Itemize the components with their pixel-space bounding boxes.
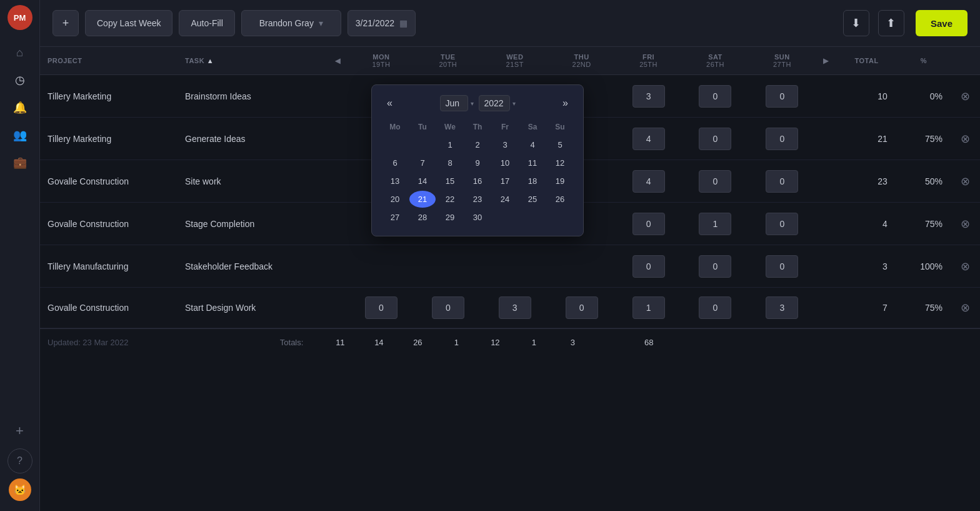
cal-day[interactable]: 20 — [382, 191, 408, 208]
input-wed[interactable]: 3 — [499, 296, 531, 319]
input-sun[interactable]: 0 — [766, 128, 798, 150]
remove-row-button[interactable]: ⊗ — [958, 259, 972, 274]
cal-day[interactable]: 25 — [519, 191, 546, 208]
remove-row-button[interactable]: ⊗ — [958, 174, 972, 189]
input-thu[interactable]: 0 — [566, 296, 598, 319]
cal-day[interactable]: 18 — [519, 173, 546, 190]
date-picker-button[interactable]: 3/21/2022 ▦ — [348, 10, 416, 36]
calendar-prev-button[interactable]: « — [382, 95, 398, 111]
cal-day[interactable]: 19 — [547, 173, 573, 190]
cell-sat: 0 — [682, 160, 749, 203]
cal-day[interactable]: 26 — [547, 191, 573, 208]
input-sun[interactable]: 0 — [766, 255, 798, 278]
nav-right-cell — [816, 118, 836, 160]
input-sun[interactable]: 3 — [766, 296, 798, 319]
help-icon[interactable]: ? — [8, 448, 32, 473]
cal-day[interactable]: 22 — [437, 191, 463, 208]
input-sat[interactable]: 0 — [699, 296, 731, 319]
remove-row-button[interactable]: ⊗ — [958, 131, 972, 146]
input-sun[interactable]: 0 — [766, 213, 798, 235]
calendar-next-button[interactable]: » — [558, 95, 573, 111]
col-mon: Mon19th — [348, 47, 415, 75]
cal-day[interactable]: 23 — [464, 191, 491, 208]
input-fri[interactable]: 4 — [632, 170, 665, 193]
auto-fill-button[interactable]: Auto-Fill — [179, 10, 234, 36]
cal-day-header: Mo — [382, 119, 408, 135]
cal-day[interactable]: 5 — [547, 136, 573, 153]
cal-day[interactable]: 13 — [382, 173, 408, 190]
cal-day[interactable]: 4 — [519, 136, 546, 153]
users-icon[interactable]: 👥 — [8, 123, 32, 148]
year-chevron-icon: ▾ — [512, 100, 516, 107]
cal-day[interactable]: 16 — [464, 173, 491, 190]
col-project: PROJECT — [40, 47, 178, 75]
cell-sun: 0 — [749, 118, 816, 160]
cal-day[interactable]: 1 — [437, 136, 463, 153]
download-icon: ⬇ — [851, 16, 861, 30]
cal-day[interactable]: 2 — [464, 136, 491, 153]
cal-day[interactable]: 10 — [492, 154, 518, 171]
input-fri[interactable]: 3 — [632, 85, 665, 108]
cal-day[interactable]: 27 — [382, 209, 408, 226]
remove-row-button[interactable]: ⊗ — [958, 300, 972, 315]
input-sat[interactable]: 0 — [699, 85, 731, 108]
input-sat[interactable]: 0 — [699, 128, 731, 150]
bell-icon[interactable]: 🔔 — [8, 95, 32, 120]
plus-icon[interactable]: + — [8, 418, 32, 443]
home-icon[interactable]: ⌂ — [8, 40, 32, 65]
cal-day[interactable]: 29 — [437, 209, 463, 226]
sidebar: PM ⌂ ◷ 🔔 👥 💼 + ? 🐱 — [0, 0, 40, 511]
input-sun[interactable]: 0 — [766, 170, 798, 193]
cal-day[interactable]: 14 — [409, 173, 436, 190]
col-nav-right[interactable]: ▶ — [816, 47, 836, 75]
nav-left-cell — [328, 118, 348, 160]
cell-sat: 0 — [682, 75, 749, 118]
totals-row: Totals:1114261121368 — [141, 338, 972, 347]
cal-day[interactable]: 15 — [437, 173, 463, 190]
cal-day[interactable]: 7 — [409, 154, 436, 171]
add-entry-button[interactable]: + — [52, 10, 79, 36]
save-button[interactable]: Save — [916, 10, 968, 36]
cal-day-header: Su — [547, 119, 573, 135]
input-sat[interactable]: 0 — [699, 170, 731, 193]
col-nav-left[interactable]: ◀ — [328, 47, 348, 75]
cell-total: 21 — [836, 118, 897, 160]
remove-row-button[interactable]: ⊗ — [958, 89, 972, 104]
download-button[interactable]: ⬇ — [843, 10, 869, 36]
cal-day[interactable]: 17 — [492, 173, 518, 190]
calendar-year-select[interactable]: 20202021202220232024 — [479, 95, 510, 111]
input-fri[interactable]: 1 — [632, 296, 665, 319]
cal-day[interactable]: 12 — [547, 154, 573, 171]
input-sat[interactable]: 0 — [699, 255, 731, 278]
cal-day-empty — [547, 209, 573, 226]
cal-day[interactable]: 9 — [464, 154, 491, 171]
input-sat[interactable]: 1 — [699, 213, 731, 235]
briefcase-icon[interactable]: 💼 — [8, 150, 32, 175]
cal-day[interactable]: 21 — [409, 191, 436, 208]
cell-pct: 100% — [898, 245, 950, 288]
cal-day[interactable]: 11 — [519, 154, 546, 171]
cal-day[interactable]: 24 — [492, 191, 518, 208]
totals-fri: 12 — [476, 338, 514, 347]
input-fri[interactable]: 0 — [632, 213, 665, 235]
cal-day[interactable]: 3 — [492, 136, 518, 153]
clock-icon[interactable]: ◷ — [8, 68, 32, 93]
month-chevron-icon: ▾ — [471, 100, 474, 107]
remove-row-button[interactable]: ⊗ — [958, 216, 972, 231]
input-fri[interactable]: 4 — [632, 128, 665, 150]
cal-day[interactable]: 8 — [437, 154, 463, 171]
app-logo[interactable]: PM — [8, 5, 32, 30]
calendar-month-select[interactable]: JanFebMarAprMayJunJulAugSepOctNovDec — [440, 95, 468, 111]
cal-day[interactable]: 28 — [409, 209, 436, 226]
person-dropdown[interactable]: Brandon Gray ▾ — [241, 10, 341, 36]
input-fri[interactable]: 0 — [632, 255, 665, 278]
input-mon[interactable]: 0 — [365, 296, 398, 319]
cal-day[interactable]: 30 — [464, 209, 491, 226]
user-avatar[interactable]: 🐱 — [9, 478, 31, 501]
cal-day[interactable]: 6 — [382, 154, 408, 171]
input-tue[interactable]: 0 — [432, 296, 464, 319]
share-button[interactable]: ⬆ — [878, 10, 904, 36]
cell-pct: 75% — [898, 203, 950, 245]
copy-last-week-button[interactable]: Copy Last Week — [85, 10, 172, 36]
input-sun[interactable]: 0 — [766, 85, 798, 108]
